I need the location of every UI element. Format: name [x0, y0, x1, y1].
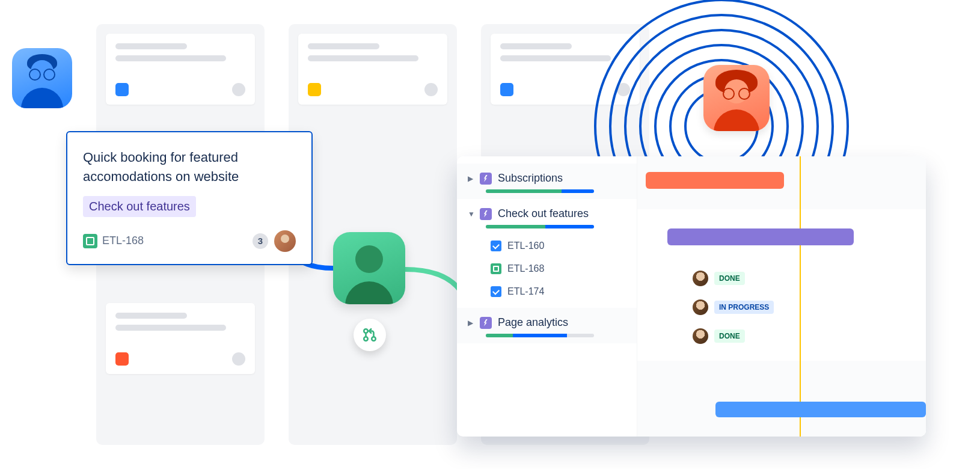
placeholder-line — [115, 325, 226, 331]
priority-chip — [500, 83, 513, 96]
epic-icon — [480, 317, 492, 329]
roadmap-task-row[interactable]: ETL-174 — [457, 280, 637, 303]
today-marker — [800, 156, 801, 437]
placeholder-line — [115, 43, 187, 49]
svg-point-7 — [364, 329, 368, 333]
user-avatar-blue — [12, 48, 72, 108]
issue-epic-label[interactable]: Check out features — [83, 196, 196, 217]
task-status-row: DONE — [693, 271, 745, 286]
placeholder-line — [115, 313, 187, 319]
roadmap-timeline[interactable]: DONE IN PROGRESS DONE — [637, 156, 926, 437]
status-badge: DONE — [714, 330, 745, 343]
roadmap-panel: ▶ Subscriptions ▼ Check out features E — [457, 156, 926, 437]
pull-request-button[interactable] — [354, 319, 386, 351]
card-placeholder[interactable] — [106, 303, 255, 374]
epic-bar-analytics[interactable] — [715, 402, 926, 417]
card-placeholder[interactable] — [491, 34, 640, 105]
epic-name: Check out features — [498, 207, 589, 220]
issue-key-text: ETL-168 — [102, 234, 144, 247]
assignee-avatar[interactable] — [693, 299, 708, 315]
user-avatar-orange — [703, 65, 770, 131]
unassigned-avatar — [232, 352, 245, 366]
svg-point-9 — [372, 337, 376, 341]
placeholder-line — [115, 55, 226, 61]
roadmap-task-row[interactable]: ETL-168 — [457, 257, 637, 280]
chevron-right-icon[interactable]: ▶ — [468, 174, 474, 183]
task-status-row: DONE — [693, 328, 745, 344]
issue-key[interactable]: ETL-168 — [83, 234, 144, 248]
epic-progress-bar — [486, 334, 594, 337]
task-icon — [491, 241, 501, 251]
status-badge: DONE — [714, 272, 745, 285]
issue-card-featured[interactable]: Quick booking for featured accomodations… — [66, 131, 313, 265]
unassigned-avatar — [232, 83, 245, 96]
epic-bar-subscriptions[interactable] — [646, 172, 784, 189]
epic-progress-bar — [486, 225, 594, 228]
unassigned-avatar — [617, 83, 630, 96]
roadmap-epic-list: ▶ Subscriptions ▼ Check out features E — [457, 156, 637, 437]
issue-title: Quick booking for featured accomodations… — [83, 148, 296, 186]
story-icon — [491, 263, 501, 274]
card-placeholder[interactable] — [106, 34, 255, 105]
epic-icon — [480, 173, 492, 185]
placeholder-line — [308, 55, 418, 61]
task-key: ETL-168 — [507, 263, 544, 274]
svg-point-8 — [364, 337, 368, 341]
chevron-right-icon[interactable]: ▶ — [468, 319, 474, 327]
priority-chip — [308, 83, 321, 96]
placeholder-line — [500, 43, 572, 49]
epic-progress-bar — [486, 189, 594, 193]
placeholder-line — [500, 55, 611, 61]
task-key: ETL-160 — [507, 241, 544, 251]
epic-row-subscriptions[interactable]: ▶ Subscriptions — [457, 164, 637, 199]
comment-count-badge: 3 — [253, 233, 268, 249]
assignee-avatar[interactable] — [693, 271, 708, 286]
assignee-avatar[interactable] — [274, 230, 296, 252]
status-badge: IN PROGRESS — [714, 301, 774, 314]
task-status-row: IN PROGRESS — [693, 299, 774, 315]
epic-bar-checkout[interactable] — [667, 228, 854, 245]
epic-row-checkout[interactable]: ▼ Check out features — [457, 199, 637, 234]
epic-row-analytics[interactable]: ▶ Page analytics — [457, 308, 637, 343]
priority-chip — [115, 352, 129, 366]
priority-chip — [115, 83, 129, 96]
unassigned-avatar — [424, 83, 438, 96]
pull-request-icon — [362, 327, 378, 343]
timeline-row-bg — [637, 361, 926, 437]
placeholder-line — [308, 43, 379, 49]
roadmap-task-row[interactable]: ETL-160 — [457, 234, 637, 257]
assignee-avatar[interactable] — [693, 328, 708, 344]
story-icon — [83, 234, 97, 248]
epic-icon — [480, 208, 492, 220]
epic-name: Page analytics — [498, 316, 568, 329]
card-placeholder[interactable] — [298, 34, 447, 105]
task-key: ETL-174 — [507, 286, 544, 297]
epic-name: Subscriptions — [498, 172, 563, 185]
user-avatar-green — [333, 232, 405, 304]
chevron-down-icon[interactable]: ▼ — [468, 210, 474, 218]
task-icon — [491, 286, 501, 297]
